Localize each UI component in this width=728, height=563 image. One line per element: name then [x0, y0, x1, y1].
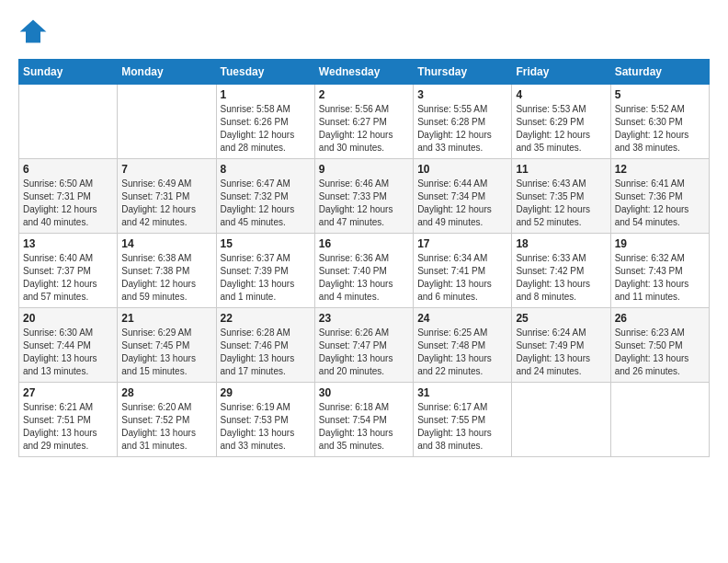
day-info: Sunrise: 6:34 AM Sunset: 7:41 PM Dayligh… — [417, 252, 507, 304]
day-number: 3 — [417, 88, 507, 101]
calendar-cell: 16Sunrise: 6:36 AM Sunset: 7:40 PM Dayli… — [314, 234, 413, 308]
day-number: 18 — [516, 237, 606, 250]
day-number: 9 — [319, 163, 409, 176]
day-number: 19 — [615, 237, 705, 250]
day-info: Sunrise: 6:18 AM Sunset: 7:54 PM Dayligh… — [319, 401, 409, 453]
day-number: 26 — [615, 312, 705, 325]
day-info: Sunrise: 6:41 AM Sunset: 7:36 PM Dayligh… — [615, 178, 705, 229]
calendar-cell: 14Sunrise: 6:38 AM Sunset: 7:38 PM Dayli… — [118, 234, 216, 308]
header-tuesday: Tuesday — [216, 60, 314, 85]
day-number: 23 — [319, 312, 409, 325]
day-info: Sunrise: 6:46 AM Sunset: 7:33 PM Dayligh… — [319, 178, 409, 229]
day-info: Sunrise: 6:33 AM Sunset: 7:42 PM Dayligh… — [516, 252, 606, 304]
day-info: Sunrise: 6:17 AM Sunset: 7:55 PM Dayligh… — [417, 401, 507, 453]
calendar-cell: 18Sunrise: 6:33 AM Sunset: 7:42 PM Dayli… — [512, 234, 610, 308]
day-info: Sunrise: 6:47 AM Sunset: 7:32 PM Dayligh… — [221, 178, 311, 229]
day-info: Sunrise: 6:30 AM Sunset: 7:44 PM Dayligh… — [23, 327, 113, 378]
day-number: 12 — [615, 163, 705, 176]
calendar-cell: 7Sunrise: 6:49 AM Sunset: 7:31 PM Daylig… — [118, 159, 216, 234]
day-info: Sunrise: 6:19 AM Sunset: 7:53 PM Dayligh… — [221, 401, 311, 453]
day-number: 30 — [319, 386, 409, 399]
day-number: 6 — [23, 163, 113, 176]
day-number: 8 — [221, 163, 311, 176]
day-info: Sunrise: 6:25 AM Sunset: 7:48 PM Dayligh… — [417, 327, 507, 378]
calendar-cell: 26Sunrise: 6:23 AM Sunset: 7:50 PM Dayli… — [610, 308, 709, 383]
day-number: 29 — [221, 386, 311, 399]
calendar-cell: 22Sunrise: 6:28 AM Sunset: 7:46 PM Dayli… — [216, 308, 314, 383]
day-number: 15 — [221, 237, 311, 250]
day-number: 25 — [516, 312, 606, 325]
calendar-cell: 21Sunrise: 6:29 AM Sunset: 7:45 PM Dayli… — [118, 308, 216, 383]
calendar-cell: 15Sunrise: 6:37 AM Sunset: 7:39 PM Dayli… — [216, 234, 314, 308]
calendar-week-4: 20Sunrise: 6:30 AM Sunset: 7:44 PM Dayli… — [19, 308, 710, 383]
calendar-cell: 28Sunrise: 6:20 AM Sunset: 7:52 PM Dayli… — [118, 383, 216, 457]
day-info: Sunrise: 6:23 AM Sunset: 7:50 PM Dayligh… — [615, 327, 705, 378]
day-info: Sunrise: 6:26 AM Sunset: 7:47 PM Dayligh… — [319, 327, 409, 378]
calendar-cell: 12Sunrise: 6:41 AM Sunset: 7:36 PM Dayli… — [610, 159, 709, 234]
calendar-cell: 11Sunrise: 6:43 AM Sunset: 7:35 PM Dayli… — [512, 159, 610, 234]
day-info: Sunrise: 5:58 AM Sunset: 6:26 PM Dayligh… — [221, 103, 311, 155]
day-number: 2 — [319, 88, 409, 101]
calendar-week-3: 13Sunrise: 6:40 AM Sunset: 7:37 PM Dayli… — [19, 234, 710, 308]
calendar-cell: 27Sunrise: 6:21 AM Sunset: 7:51 PM Dayli… — [19, 383, 118, 457]
calendar-cell — [118, 85, 216, 159]
day-info: Sunrise: 6:28 AM Sunset: 7:46 PM Dayligh… — [221, 327, 311, 378]
calendar-week-2: 6Sunrise: 6:50 AM Sunset: 7:31 PM Daylig… — [19, 159, 710, 234]
day-number: 10 — [417, 163, 507, 176]
day-number: 21 — [121, 312, 211, 325]
day-number: 17 — [417, 237, 507, 250]
header-friday: Friday — [512, 60, 610, 85]
day-number: 1 — [221, 88, 311, 101]
calendar-cell: 17Sunrise: 6:34 AM Sunset: 7:41 PM Dayli… — [414, 234, 512, 308]
svg-marker-0 — [20, 20, 47, 43]
day-number: 11 — [516, 163, 606, 176]
calendar-cell: 19Sunrise: 6:32 AM Sunset: 7:43 PM Dayli… — [610, 234, 709, 308]
day-info: Sunrise: 5:56 AM Sunset: 6:27 PM Dayligh… — [319, 103, 409, 155]
calendar: SundayMondayTuesdayWednesdayThursdayFrid… — [18, 59, 710, 457]
day-info: Sunrise: 6:49 AM Sunset: 7:31 PM Dayligh… — [121, 178, 211, 229]
day-number: 14 — [121, 237, 211, 250]
day-info: Sunrise: 6:21 AM Sunset: 7:51 PM Dayligh… — [23, 401, 113, 453]
day-info: Sunrise: 6:38 AM Sunset: 7:38 PM Dayligh… — [121, 252, 211, 304]
calendar-cell: 8Sunrise: 6:47 AM Sunset: 7:32 PM Daylig… — [216, 159, 314, 234]
day-info: Sunrise: 6:36 AM Sunset: 7:40 PM Dayligh… — [319, 252, 409, 304]
day-info: Sunrise: 6:50 AM Sunset: 7:31 PM Dayligh… — [23, 178, 113, 229]
calendar-header-row: SundayMondayTuesdayWednesdayThursdayFrid… — [19, 60, 710, 85]
calendar-cell: 31Sunrise: 6:17 AM Sunset: 7:55 PM Dayli… — [414, 383, 512, 457]
day-info: Sunrise: 5:53 AM Sunset: 6:29 PM Dayligh… — [516, 103, 606, 155]
day-info: Sunrise: 5:55 AM Sunset: 6:28 PM Dayligh… — [417, 103, 507, 155]
logo-icon — [18, 18, 48, 44]
day-info: Sunrise: 6:29 AM Sunset: 7:45 PM Dayligh… — [121, 327, 211, 378]
header-saturday: Saturday — [610, 60, 709, 85]
day-number: 24 — [417, 312, 507, 325]
header-monday: Monday — [118, 60, 216, 85]
day-number: 27 — [23, 386, 113, 399]
day-info: Sunrise: 6:37 AM Sunset: 7:39 PM Dayligh… — [221, 252, 311, 304]
logo — [18, 18, 51, 44]
day-info: Sunrise: 6:43 AM Sunset: 7:35 PM Dayligh… — [516, 178, 606, 229]
calendar-cell: 23Sunrise: 6:26 AM Sunset: 7:47 PM Dayli… — [314, 308, 413, 383]
day-info: Sunrise: 6:32 AM Sunset: 7:43 PM Dayligh… — [615, 252, 705, 304]
calendar-cell: 29Sunrise: 6:19 AM Sunset: 7:53 PM Dayli… — [216, 383, 314, 457]
calendar-cell — [610, 383, 709, 457]
header-thursday: Thursday — [414, 60, 512, 85]
calendar-cell: 30Sunrise: 6:18 AM Sunset: 7:54 PM Dayli… — [314, 383, 413, 457]
calendar-cell: 20Sunrise: 6:30 AM Sunset: 7:44 PM Dayli… — [19, 308, 118, 383]
day-number: 5 — [615, 88, 705, 101]
day-info: Sunrise: 6:44 AM Sunset: 7:34 PM Dayligh… — [417, 178, 507, 229]
calendar-cell: 2Sunrise: 5:56 AM Sunset: 6:27 PM Daylig… — [314, 85, 413, 159]
header-sunday: Sunday — [19, 60, 118, 85]
header-wednesday: Wednesday — [314, 60, 413, 85]
day-number: 31 — [417, 386, 507, 399]
day-number: 13 — [23, 237, 113, 250]
day-number: 22 — [221, 312, 311, 325]
day-number: 28 — [121, 386, 211, 399]
calendar-cell: 25Sunrise: 6:24 AM Sunset: 7:49 PM Dayli… — [512, 308, 610, 383]
calendar-cell — [512, 383, 610, 457]
calendar-week-1: 1Sunrise: 5:58 AM Sunset: 6:26 PM Daylig… — [19, 85, 710, 159]
calendar-cell: 10Sunrise: 6:44 AM Sunset: 7:34 PM Dayli… — [414, 159, 512, 234]
calendar-cell: 4Sunrise: 5:53 AM Sunset: 6:29 PM Daylig… — [512, 85, 610, 159]
day-info: Sunrise: 6:20 AM Sunset: 7:52 PM Dayligh… — [121, 401, 211, 453]
calendar-cell: 13Sunrise: 6:40 AM Sunset: 7:37 PM Dayli… — [19, 234, 118, 308]
calendar-cell: 24Sunrise: 6:25 AM Sunset: 7:48 PM Dayli… — [414, 308, 512, 383]
